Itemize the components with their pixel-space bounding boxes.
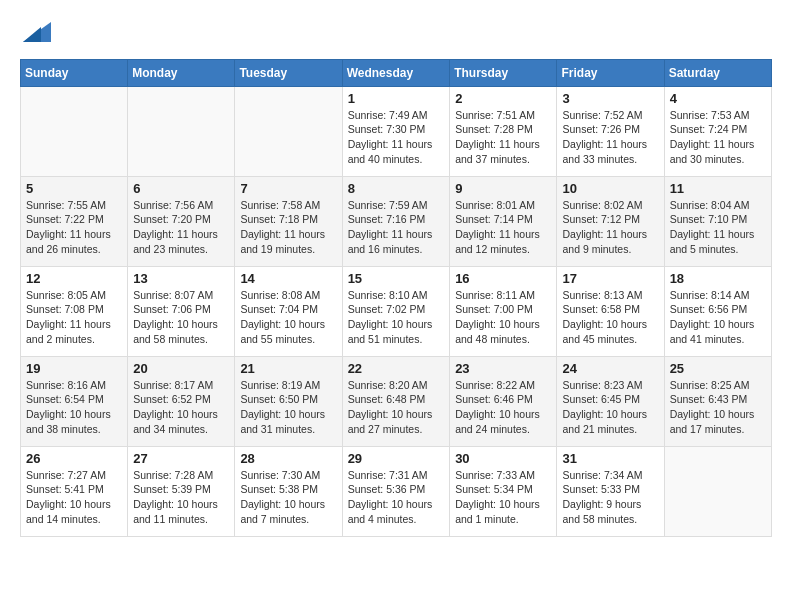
day-number: 8: [348, 181, 445, 196]
day-info: Sunrise: 7:51 AMSunset: 7:28 PMDaylight:…: [455, 108, 551, 167]
calendar-cell: [21, 86, 128, 176]
day-info: Sunrise: 7:59 AMSunset: 7:16 PMDaylight:…: [348, 198, 445, 257]
day-number: 20: [133, 361, 229, 376]
day-info: Sunrise: 7:52 AMSunset: 7:26 PMDaylight:…: [562, 108, 658, 167]
day-info: Sunrise: 8:11 AMSunset: 7:00 PMDaylight:…: [455, 288, 551, 347]
day-number: 1: [348, 91, 445, 106]
calendar-cell: 22Sunrise: 8:20 AMSunset: 6:48 PMDayligh…: [342, 356, 450, 446]
calendar-cell: 7Sunrise: 7:58 AMSunset: 7:18 PMDaylight…: [235, 176, 342, 266]
day-number: 25: [670, 361, 766, 376]
calendar-table: SundayMondayTuesdayWednesdayThursdayFrid…: [20, 59, 772, 537]
day-number: 4: [670, 91, 766, 106]
day-info: Sunrise: 8:14 AMSunset: 6:56 PMDaylight:…: [670, 288, 766, 347]
day-number: 3: [562, 91, 658, 106]
header: [20, 10, 772, 51]
day-info: Sunrise: 7:56 AMSunset: 7:20 PMDaylight:…: [133, 198, 229, 257]
calendar-cell: 27Sunrise: 7:28 AMSunset: 5:39 PMDayligh…: [128, 446, 235, 536]
week-row-5: 26Sunrise: 7:27 AMSunset: 5:41 PMDayligh…: [21, 446, 772, 536]
logo-icon: [23, 18, 51, 46]
day-number: 2: [455, 91, 551, 106]
day-info: Sunrise: 8:19 AMSunset: 6:50 PMDaylight:…: [240, 378, 336, 437]
day-info: Sunrise: 8:20 AMSunset: 6:48 PMDaylight:…: [348, 378, 445, 437]
day-info: Sunrise: 8:17 AMSunset: 6:52 PMDaylight:…: [133, 378, 229, 437]
day-number: 29: [348, 451, 445, 466]
calendar-cell: 23Sunrise: 8:22 AMSunset: 6:46 PMDayligh…: [450, 356, 557, 446]
day-number: 16: [455, 271, 551, 286]
day-number: 18: [670, 271, 766, 286]
weekday-header-tuesday: Tuesday: [235, 59, 342, 86]
calendar-cell: 4Sunrise: 7:53 AMSunset: 7:24 PMDaylight…: [664, 86, 771, 176]
calendar-cell: 30Sunrise: 7:33 AMSunset: 5:34 PMDayligh…: [450, 446, 557, 536]
calendar-cell: 20Sunrise: 8:17 AMSunset: 6:52 PMDayligh…: [128, 356, 235, 446]
day-info: Sunrise: 7:58 AMSunset: 7:18 PMDaylight:…: [240, 198, 336, 257]
day-info: Sunrise: 8:04 AMSunset: 7:10 PMDaylight:…: [670, 198, 766, 257]
day-info: Sunrise: 8:23 AMSunset: 6:45 PMDaylight:…: [562, 378, 658, 437]
day-number: 24: [562, 361, 658, 376]
calendar-cell: 12Sunrise: 8:05 AMSunset: 7:08 PMDayligh…: [21, 266, 128, 356]
logo: [20, 18, 51, 51]
day-info: Sunrise: 8:05 AMSunset: 7:08 PMDaylight:…: [26, 288, 122, 347]
weekday-header-friday: Friday: [557, 59, 664, 86]
day-info: Sunrise: 8:25 AMSunset: 6:43 PMDaylight:…: [670, 378, 766, 437]
calendar-cell: 9Sunrise: 8:01 AMSunset: 7:14 PMDaylight…: [450, 176, 557, 266]
calendar-cell: 3Sunrise: 7:52 AMSunset: 7:26 PMDaylight…: [557, 86, 664, 176]
day-number: 12: [26, 271, 122, 286]
calendar-cell: 26Sunrise: 7:27 AMSunset: 5:41 PMDayligh…: [21, 446, 128, 536]
calendar-cell: 18Sunrise: 8:14 AMSunset: 6:56 PMDayligh…: [664, 266, 771, 356]
day-info: Sunrise: 7:49 AMSunset: 7:30 PMDaylight:…: [348, 108, 445, 167]
day-info: Sunrise: 8:01 AMSunset: 7:14 PMDaylight:…: [455, 198, 551, 257]
calendar-cell: 17Sunrise: 8:13 AMSunset: 6:58 PMDayligh…: [557, 266, 664, 356]
day-number: 5: [26, 181, 122, 196]
calendar-cell: 14Sunrise: 8:08 AMSunset: 7:04 PMDayligh…: [235, 266, 342, 356]
day-number: 27: [133, 451, 229, 466]
day-number: 6: [133, 181, 229, 196]
week-row-2: 5Sunrise: 7:55 AMSunset: 7:22 PMDaylight…: [21, 176, 772, 266]
day-number: 28: [240, 451, 336, 466]
day-info: Sunrise: 8:08 AMSunset: 7:04 PMDaylight:…: [240, 288, 336, 347]
calendar-cell: 19Sunrise: 8:16 AMSunset: 6:54 PMDayligh…: [21, 356, 128, 446]
day-number: 13: [133, 271, 229, 286]
day-info: Sunrise: 8:16 AMSunset: 6:54 PMDaylight:…: [26, 378, 122, 437]
weekday-header-saturday: Saturday: [664, 59, 771, 86]
day-info: Sunrise: 7:33 AMSunset: 5:34 PMDaylight:…: [455, 468, 551, 527]
weekday-header-row: SundayMondayTuesdayWednesdayThursdayFrid…: [21, 59, 772, 86]
calendar-cell: 16Sunrise: 8:11 AMSunset: 7:00 PMDayligh…: [450, 266, 557, 356]
day-number: 30: [455, 451, 551, 466]
calendar-cell: 31Sunrise: 7:34 AMSunset: 5:33 PMDayligh…: [557, 446, 664, 536]
day-number: 21: [240, 361, 336, 376]
day-info: Sunrise: 7:53 AMSunset: 7:24 PMDaylight:…: [670, 108, 766, 167]
day-number: 31: [562, 451, 658, 466]
week-row-4: 19Sunrise: 8:16 AMSunset: 6:54 PMDayligh…: [21, 356, 772, 446]
day-number: 19: [26, 361, 122, 376]
calendar-cell: 1Sunrise: 7:49 AMSunset: 7:30 PMDaylight…: [342, 86, 450, 176]
calendar-cell: 8Sunrise: 7:59 AMSunset: 7:16 PMDaylight…: [342, 176, 450, 266]
calendar-cell: 2Sunrise: 7:51 AMSunset: 7:28 PMDaylight…: [450, 86, 557, 176]
weekday-header-wednesday: Wednesday: [342, 59, 450, 86]
day-info: Sunrise: 8:02 AMSunset: 7:12 PMDaylight:…: [562, 198, 658, 257]
day-info: Sunrise: 8:07 AMSunset: 7:06 PMDaylight:…: [133, 288, 229, 347]
day-info: Sunrise: 7:28 AMSunset: 5:39 PMDaylight:…: [133, 468, 229, 527]
weekday-header-monday: Monday: [128, 59, 235, 86]
calendar-cell: 15Sunrise: 8:10 AMSunset: 7:02 PMDayligh…: [342, 266, 450, 356]
day-info: Sunrise: 7:27 AMSunset: 5:41 PMDaylight:…: [26, 468, 122, 527]
day-info: Sunrise: 7:34 AMSunset: 5:33 PMDaylight:…: [562, 468, 658, 527]
calendar-cell: [664, 446, 771, 536]
calendar-cell: 25Sunrise: 8:25 AMSunset: 6:43 PMDayligh…: [664, 356, 771, 446]
day-info: Sunrise: 8:10 AMSunset: 7:02 PMDaylight:…: [348, 288, 445, 347]
calendar-cell: 24Sunrise: 8:23 AMSunset: 6:45 PMDayligh…: [557, 356, 664, 446]
week-row-3: 12Sunrise: 8:05 AMSunset: 7:08 PMDayligh…: [21, 266, 772, 356]
calendar-cell: 29Sunrise: 7:31 AMSunset: 5:36 PMDayligh…: [342, 446, 450, 536]
calendar-cell: 11Sunrise: 8:04 AMSunset: 7:10 PMDayligh…: [664, 176, 771, 266]
day-number: 26: [26, 451, 122, 466]
day-number: 10: [562, 181, 658, 196]
calendar-cell: 13Sunrise: 8:07 AMSunset: 7:06 PMDayligh…: [128, 266, 235, 356]
day-number: 15: [348, 271, 445, 286]
day-info: Sunrise: 8:13 AMSunset: 6:58 PMDaylight:…: [562, 288, 658, 347]
day-number: 9: [455, 181, 551, 196]
calendar-cell: 5Sunrise: 7:55 AMSunset: 7:22 PMDaylight…: [21, 176, 128, 266]
svg-marker-1: [23, 27, 41, 42]
day-number: 23: [455, 361, 551, 376]
day-number: 22: [348, 361, 445, 376]
weekday-header-thursday: Thursday: [450, 59, 557, 86]
day-info: Sunrise: 7:55 AMSunset: 7:22 PMDaylight:…: [26, 198, 122, 257]
